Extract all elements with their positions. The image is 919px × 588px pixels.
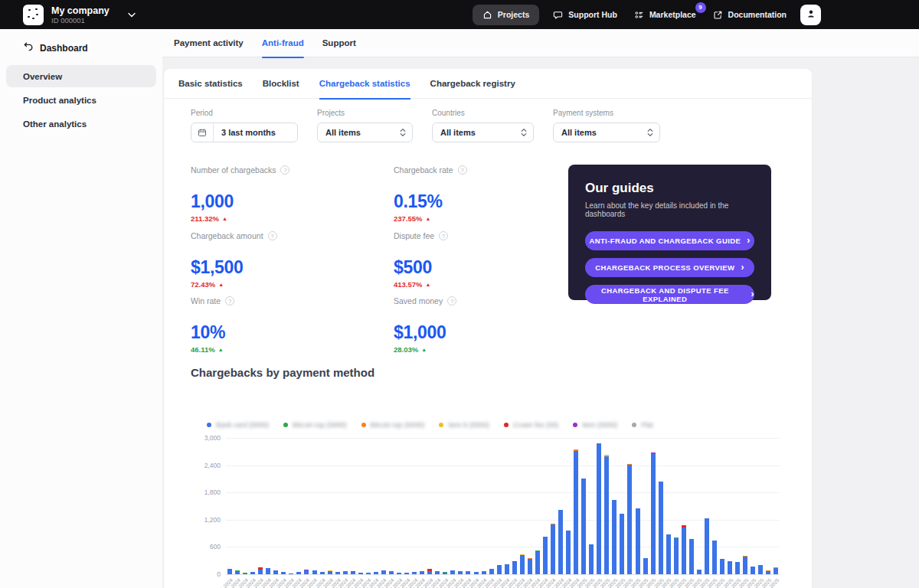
stacked-bar[interactable] bbox=[450, 570, 455, 574]
stacked-bar[interactable] bbox=[636, 508, 640, 574]
stacked-bar[interactable] bbox=[482, 571, 486, 574]
stacked-bar[interactable] bbox=[627, 464, 632, 574]
stacked-bar[interactable] bbox=[528, 558, 532, 574]
stacked-bar[interactable] bbox=[512, 561, 517, 574]
stacked-bar[interactable] bbox=[758, 565, 763, 574]
stacked-bar[interactable] bbox=[766, 570, 770, 574]
tab-anti-fraud[interactable]: Anti-fraud bbox=[262, 29, 304, 57]
subtab-blocklist[interactable]: Blocklist bbox=[263, 69, 299, 99]
tab-support[interactable]: Support bbox=[322, 29, 356, 57]
payment-systems-select[interactable]: All items bbox=[553, 122, 660, 142]
legend-item-yellow[interactable]: Item b (0000) bbox=[439, 421, 489, 429]
support-hub-button[interactable]: Support Hub bbox=[550, 5, 620, 24]
stacked-bar[interactable] bbox=[666, 534, 671, 574]
stacked-bar[interactable] bbox=[604, 455, 609, 574]
stacked-bar[interactable] bbox=[227, 569, 232, 574]
stacked-bar[interactable] bbox=[720, 559, 724, 574]
stacked-bar[interactable] bbox=[443, 572, 447, 574]
projects-select[interactable]: All items bbox=[317, 122, 413, 142]
profile-button[interactable] bbox=[800, 5, 821, 25]
stacked-bar[interactable] bbox=[612, 500, 616, 574]
stacked-bar[interactable] bbox=[273, 570, 278, 574]
documentation-button[interactable]: Documentation bbox=[710, 5, 790, 24]
company-switcher[interactable]: My company ID 000001 bbox=[23, 5, 136, 25]
marketplace-button[interactable]: Marketplace 9 bbox=[631, 5, 699, 24]
help-icon[interactable]: ? bbox=[439, 231, 448, 240]
legend-item-purple[interactable]: Item (0000) bbox=[573, 421, 617, 429]
stacked-bar[interactable] bbox=[581, 479, 586, 574]
stacked-bar[interactable] bbox=[358, 573, 363, 574]
stacked-bar[interactable] bbox=[735, 562, 740, 574]
legend-item-gray[interactable]: Plat bbox=[632, 421, 653, 429]
stacked-bar[interactable] bbox=[374, 572, 378, 574]
stacked-bar[interactable] bbox=[643, 558, 648, 574]
subtab-basic-statistics[interactable]: Basic statistics bbox=[178, 69, 243, 99]
stacked-bar[interactable] bbox=[682, 525, 686, 574]
stacked-bar[interactable] bbox=[351, 571, 355, 574]
stacked-bar[interactable] bbox=[328, 570, 332, 574]
stacked-bar[interactable] bbox=[589, 544, 594, 574]
guide-button-anti-fraud[interactable]: ANTI-FRAUD AND CHARGEBACK GUIDE› bbox=[585, 231, 754, 250]
stacked-bar[interactable] bbox=[743, 556, 747, 574]
guide-button-dispute-fee[interactable]: CHARGEBACK AND DISPUTE FEE EXPLAINED› bbox=[585, 285, 754, 304]
stacked-bar[interactable] bbox=[535, 550, 540, 574]
stacked-bar[interactable] bbox=[497, 565, 502, 574]
stacked-bar[interactable] bbox=[558, 510, 563, 574]
sidebar-item-other-analytics[interactable]: Other analytics bbox=[6, 113, 156, 135]
stacked-bar[interactable] bbox=[335, 572, 340, 574]
stacked-bar[interactable] bbox=[312, 570, 317, 574]
stacked-bar[interactable] bbox=[343, 571, 348, 574]
legend-item-red[interactable]: Crown fee (00) bbox=[504, 421, 559, 429]
stacked-bar[interactable] bbox=[296, 572, 301, 574]
stacked-bar[interactable] bbox=[574, 449, 578, 574]
countries-select[interactable]: All items bbox=[432, 122, 534, 142]
stacked-bar[interactable] bbox=[728, 561, 732, 574]
period-input[interactable]: 3 last months bbox=[191, 122, 298, 142]
subtab-chargeback-statistics[interactable]: Chargeback statistics bbox=[319, 69, 410, 99]
stacked-bar[interactable] bbox=[689, 539, 694, 574]
stacked-bar[interactable] bbox=[250, 572, 255, 574]
stacked-bar[interactable] bbox=[389, 571, 394, 574]
stacked-bar[interactable] bbox=[505, 564, 509, 574]
stacked-bar[interactable] bbox=[435, 571, 440, 574]
stacked-bar[interactable] bbox=[427, 569, 432, 574]
stacked-bar[interactable] bbox=[773, 567, 778, 574]
stacked-bar[interactable] bbox=[674, 537, 679, 574]
guide-button-process-overview[interactable]: CHARGEBACK PROCESS OVERVIEW› bbox=[585, 258, 754, 277]
sidebar-item-product-analytics[interactable]: Product analytics bbox=[6, 89, 156, 111]
stacked-bar[interactable] bbox=[543, 537, 548, 574]
stacked-bar[interactable] bbox=[420, 571, 424, 574]
stacked-bar[interactable] bbox=[466, 571, 470, 574]
legend-item-blue[interactable]: Bank card (0000) bbox=[207, 421, 269, 429]
subtab-chargeback-registry[interactable]: Chargeback registry bbox=[430, 69, 515, 99]
stacked-bar[interactable] bbox=[474, 572, 479, 574]
stacked-bar[interactable] bbox=[489, 569, 494, 574]
stacked-bar[interactable] bbox=[705, 518, 709, 574]
stacked-bar[interactable] bbox=[412, 572, 417, 574]
help-icon[interactable]: ? bbox=[268, 231, 277, 240]
help-icon[interactable]: ? bbox=[225, 296, 234, 305]
stacked-bar[interactable] bbox=[258, 567, 263, 574]
stacked-bar[interactable] bbox=[659, 482, 663, 574]
stacked-bar[interactable] bbox=[235, 570, 240, 574]
stacked-bar[interactable] bbox=[320, 572, 325, 574]
help-icon[interactable]: ? bbox=[280, 165, 289, 175]
legend-item-green[interactable]: Bitcoin top (0000) bbox=[283, 421, 347, 429]
stacked-bar[interactable] bbox=[281, 572, 286, 574]
stacked-bar[interactable] bbox=[366, 573, 371, 574]
stacked-bar[interactable] bbox=[404, 573, 409, 574]
stacked-bar[interactable] bbox=[243, 573, 247, 574]
help-icon[interactable]: ? bbox=[458, 165, 467, 175]
tab-payment-activity[interactable]: Payment activity bbox=[174, 29, 244, 57]
stacked-bar[interactable] bbox=[551, 524, 555, 574]
stacked-bar[interactable] bbox=[520, 554, 525, 574]
stacked-bar[interactable] bbox=[397, 573, 401, 574]
stacked-bar[interactable] bbox=[751, 567, 755, 574]
stacked-bar[interactable] bbox=[458, 571, 463, 574]
stacked-bar[interactable] bbox=[381, 570, 386, 574]
legend-item-orange[interactable]: Bitcoin top (0000) bbox=[361, 421, 425, 429]
stacked-bar[interactable] bbox=[651, 452, 656, 574]
help-icon[interactable]: ? bbox=[447, 296, 456, 305]
stacked-bar[interactable] bbox=[697, 570, 702, 574]
stacked-bar[interactable] bbox=[712, 541, 717, 574]
